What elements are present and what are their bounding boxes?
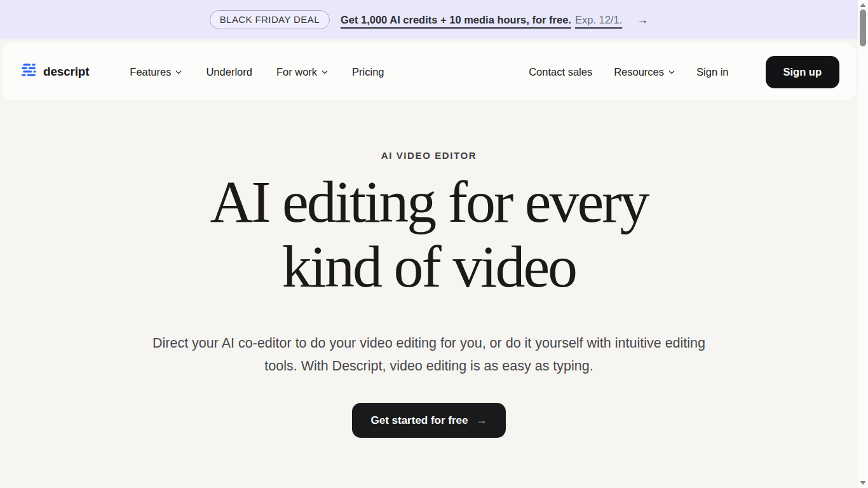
black-friday-badge[interactable]: BLACK FRIDAY DEAL: [210, 10, 330, 29]
nav-item-label: Contact sales: [529, 66, 592, 78]
chevron-down-icon: [322, 70, 328, 74]
scrollbar-thumb[interactable]: [860, 10, 866, 46]
promo-link-text: Get 1,000 AI credits + 10 media hours, f…: [341, 14, 571, 26]
descript-logo-icon: [21, 62, 37, 81]
nav-item-features[interactable]: Features: [130, 66, 182, 78]
scrollbar[interactable]: [858, 0, 868, 488]
hero-section: AI VIDEO EDITOR AI editing for every kin…: [0, 100, 858, 438]
nav-item-resources[interactable]: Resources: [614, 66, 675, 78]
get-started-label: Get started for free: [370, 414, 468, 427]
hero-eyebrow: AI VIDEO EDITOR: [0, 150, 858, 161]
descript-logo[interactable]: descript: [21, 62, 89, 81]
promo-banner: BLACK FRIDAY DEAL Get 1,000 AI credits +…: [0, 0, 858, 39]
nav-item-label: Resources: [614, 66, 664, 78]
nav-item-label: Sign in: [696, 66, 728, 78]
chevron-down-icon: [668, 70, 675, 74]
get-started-button[interactable]: Get started for free →: [352, 403, 505, 438]
brand-name: descript: [43, 65, 89, 79]
chevron-down-icon: [175, 70, 182, 74]
arrow-right-icon[interactable]: →: [637, 13, 648, 27]
scroll-down-icon[interactable]: [860, 481, 866, 485]
navbar: descript Features Underlord For work Pri…: [2, 43, 856, 100]
nav-item-pricing[interactable]: Pricing: [352, 66, 384, 78]
nav-menu-right: Contact sales Resources Sign in Sign up: [529, 56, 839, 88]
nav-item-for-work[interactable]: For work: [276, 66, 328, 78]
promo-expiry: Exp. 12/1.: [575, 14, 622, 26]
nav-item-sign-in[interactable]: Sign in: [696, 66, 728, 78]
nav-item-label: Underlord: [206, 66, 252, 78]
page-title-line1: AI editing for every: [0, 170, 858, 234]
nav-menu-left: Features Underlord For work Pricing: [130, 66, 384, 78]
nav-item-label: Pricing: [352, 66, 384, 78]
nav-item-contact-sales[interactable]: Contact sales: [529, 66, 592, 78]
nav-item-label: For work: [276, 66, 317, 78]
page-content: BLACK FRIDAY DEAL Get 1,000 AI credits +…: [0, 0, 858, 438]
arrow-right-icon: →: [476, 414, 487, 427]
page-title: AI editing for every kind of video: [0, 170, 858, 299]
nav-item-underlord[interactable]: Underlord: [206, 66, 252, 78]
promo-link[interactable]: Get 1,000 AI credits + 10 media hours, f…: [341, 14, 622, 26]
sign-up-button[interactable]: Sign up: [766, 56, 840, 88]
nav-item-label: Features: [130, 66, 171, 78]
scroll-up-icon[interactable]: [860, 3, 866, 7]
page-title-line2: kind of video: [0, 234, 858, 299]
hero-subtitle: Direct your AI co-editor to do your vide…: [143, 332, 715, 377]
